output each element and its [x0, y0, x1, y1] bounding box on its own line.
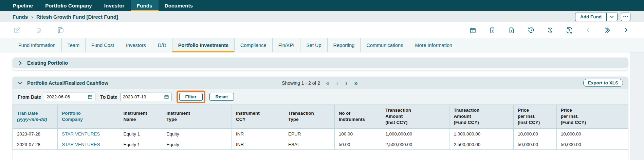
breadcrumb-bar: Funds › Ritesh Growth Fund [Direct Fund]… [0, 11, 644, 22]
fund-tabs: Fund InformationTeamFund CostInvestorsD/… [0, 38, 644, 52]
column-header-instrument-type: InstrumentType [162, 105, 232, 129]
from-date-input[interactable]: 2022-06-06 [44, 93, 95, 101]
currency-refresh-small-icon[interactable]: $ [547, 27, 553, 33]
nav-item-portfolio-company[interactable]: Portfolio Company [39, 0, 98, 11]
nav-item-pipeline[interactable]: Pipeline [7, 0, 39, 11]
cashflow-filter-row: From Date 2022-06-06 To Date 2023-07-19 … [13, 89, 628, 105]
chevron-right-icon[interactable] [623, 27, 629, 33]
calendar-add-icon[interactable] [470, 27, 476, 34]
breadcrumb-current: Ritesh Growth Fund [Direct Fund] [36, 14, 118, 20]
add-fund-dropdown-button[interactable] [606, 13, 617, 21]
history-icon[interactable] [528, 27, 535, 34]
record-toolbar: $ $ [0, 22, 644, 38]
table-cell: 50,000.00 [556, 139, 628, 150]
portfolio-company-cell: STAR VENTURES [58, 129, 119, 139]
from-date-value: 2022-06-06 [47, 94, 88, 99]
table-cell: INR [232, 139, 284, 150]
table-cell: 2023-07-28 [13, 139, 58, 150]
export-to-xls-button[interactable]: Export to XLS [583, 79, 623, 87]
tab-compliance[interactable]: Compliance [234, 38, 272, 52]
tab-d-d[interactable]: D/D [152, 38, 172, 52]
toolbar-left-group [14, 27, 64, 34]
column-header-instrument-name: InstrumentName [119, 105, 162, 129]
from-date-label: From Date [18, 94, 41, 100]
column-header-tran-date-yyyy-mm-dd: Tran Date(yyyy-mm-dd) [13, 105, 58, 129]
portfolio-company-cell: STAR VENTURES [58, 139, 119, 150]
chevron-left-icon[interactable] [586, 27, 591, 33]
next-page-icon[interactable]: › [344, 80, 348, 86]
breadcrumb-root[interactable]: Funds [13, 14, 28, 20]
header-actions: Add Fund ⋯ [575, 13, 630, 21]
table-cell: 50,000.00 [513, 139, 556, 150]
table-row: 2023-07-28STAR VENTURESEquity 1EquityINR… [13, 129, 628, 139]
document-add-icon[interactable] [508, 27, 515, 34]
showing-label: Showing 1 - 2 of 2 [282, 80, 320, 86]
delete-icon[interactable] [35, 27, 42, 34]
add-fund-button[interactable]: Add Fund [575, 13, 606, 21]
chevron-right-icon [18, 61, 23, 66]
column-header-portfolio-company: PortfolioCompany [58, 105, 119, 129]
tab-investors[interactable]: Investors [120, 38, 152, 52]
tab-communications[interactable]: Communications [360, 38, 409, 52]
add-fund-split-button: Add Fund [575, 13, 618, 21]
column-header-transaction-amount-fund-ccy: TransactionAmount(Fund CCY) [449, 105, 513, 129]
table-cell: 10,000.00 [556, 129, 628, 139]
portfolio-company-link[interactable]: STAR VENTURES [62, 131, 100, 137]
tab-divider [458, 38, 458, 52]
tab-portfolio-investments[interactable]: Portfolio Investments [172, 38, 234, 52]
first-page-icon[interactable]: « [325, 80, 331, 86]
chevron-down-icon [18, 80, 23, 85]
more-options-button[interactable]: ⋯ [621, 13, 630, 21]
tab-reporting[interactable]: Reporting [327, 38, 361, 52]
table-cell: 2,500,000.00 [449, 139, 513, 150]
pagination: Showing 1 - 2 of 2 « ‹ › » [282, 80, 359, 86]
cashflow-card: Portfolio Actual/Realized Cashflow Showi… [13, 77, 628, 160]
toolbar-right-group: $ $ [470, 27, 629, 34]
table-cell: 1,000,000.00 [381, 129, 449, 139]
ellipsis-icon: ⋯ [623, 14, 628, 20]
to-date-input[interactable]: 2023-07-19 [120, 93, 172, 101]
register-add-icon[interactable] [489, 27, 496, 34]
filter-button-highlight: Filter [177, 91, 205, 103]
previous-page-icon[interactable]: ‹ [335, 80, 339, 86]
reset-button[interactable]: Reset [209, 93, 234, 101]
currency-refresh-icon[interactable]: $ [566, 27, 573, 34]
column-header-transaction-type: TransactionType [284, 105, 335, 129]
last-page-icon[interactable]: » [353, 80, 359, 86]
table-cell: Equity 1 [119, 129, 162, 139]
filter-button[interactable]: Filter [179, 93, 203, 101]
existing-portfolio-header[interactable]: Existing Portfolio [13, 58, 628, 68]
nav-item-documents[interactable]: Documents [159, 0, 199, 11]
table-cell: 2023-07-28 [13, 129, 58, 139]
existing-portfolio-card: Existing Portfolio [13, 58, 628, 70]
table-cell: Equity 1 [119, 139, 162, 150]
chevron-down-icon [610, 15, 614, 19]
table-cell: 100.00 [334, 129, 381, 139]
portfolio-company-link[interactable]: STAR VENTURES [62, 142, 100, 147]
table-cell: 1,000,000.00 [449, 129, 513, 139]
edit-icon[interactable] [14, 27, 20, 34]
table-cell: EPUR [284, 129, 335, 139]
svg-text:$: $ [568, 28, 570, 32]
tab-more-information[interactable]: More Information [409, 38, 458, 52]
tab-team[interactable]: Team [61, 38, 85, 52]
tab-fund-cost[interactable]: Fund Cost [85, 38, 120, 52]
svg-text:$: $ [550, 29, 551, 32]
column-header-price-per-inst-inst-ccy: Priceper Inst.(Inst CCY) [513, 105, 556, 129]
table-cell: 2,500,000.00 [381, 139, 449, 150]
tab-set-up[interactable]: Set Up [300, 38, 327, 52]
double-chevron-right-icon[interactable] [604, 27, 610, 33]
table-cell: INR [232, 129, 284, 139]
nav-item-funds[interactable]: Funds [131, 0, 159, 11]
calendar-icon[interactable] [164, 94, 169, 99]
calendar-icon[interactable] [88, 94, 93, 99]
cashflow-header[interactable]: Portfolio Actual/Realized Cashflow Showi… [13, 77, 628, 89]
column-header-instrument-ccy: InstrumentCCY [232, 105, 284, 129]
column-header-transaction-amount-inst-ccy: TransactionAmount(Inst CCY) [381, 105, 449, 129]
tab-fin-kpi[interactable]: Fin/KPI [272, 38, 300, 52]
nav-item-investor[interactable]: Investor [98, 0, 131, 11]
main-content: Existing Portfolio Portfolio Actual/Real… [0, 52, 644, 160]
duplicate-add-icon[interactable] [57, 27, 64, 34]
table-cell: 10,000.00 [513, 129, 556, 139]
tab-fund-information[interactable]: Fund Information [13, 38, 61, 52]
